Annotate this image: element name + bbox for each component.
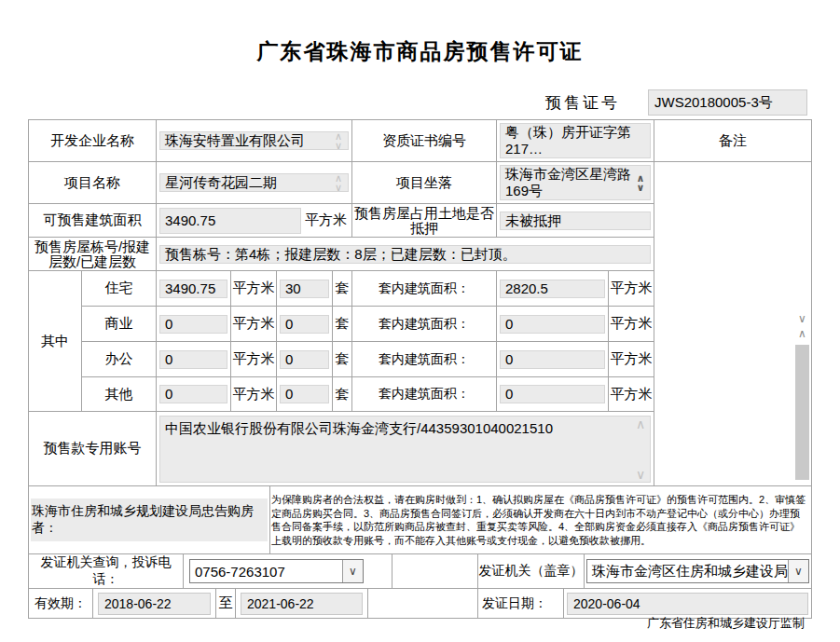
validity-to-label: 至 (216, 589, 236, 619)
breakdown-row-label: 办公 (82, 342, 157, 377)
scroll-down-icon[interactable]: ∨ (331, 183, 346, 192)
advisory-text: 为保障购房者的合法权益，请在购房时做到：1、确认拟购房屋在《商品房预售许可证》的… (270, 492, 811, 548)
commercial-area-input[interactable]: 0 (159, 315, 227, 334)
presale-area-unit: 平方米 (305, 212, 347, 229)
footer-credit: 广东省住房和城乡建设厅监制 (647, 615, 805, 632)
certificate-number-input[interactable]: JWS20180005-3号 (648, 89, 807, 116)
office-inner-area-input[interactable]: 0 (500, 350, 605, 369)
remarks-header: 备注 (654, 120, 812, 162)
empty-cell (368, 589, 478, 619)
residential-count-input[interactable]: 30 (280, 280, 329, 298)
qualification-input[interactable]: 粤（珠）房开证字第217… (500, 123, 651, 158)
dropdown-arrow-icon[interactable]: ∨ (788, 560, 808, 582)
inner-area-label: 套内建筑面积： (352, 377, 497, 412)
validity-to-input[interactable]: 2021-06-22 (241, 593, 363, 615)
other-inner-area-input[interactable]: 0 (500, 385, 605, 403)
presale-permit-page: 广东省珠海市商品房预售许可证 预售证号 JWS20180005-3号 开发企业名… (0, 0, 840, 642)
certificate-number-row: 预售证号 JWS20180005-3号 (517, 89, 812, 116)
scrollbar-up-icon[interactable]: ∧ (794, 326, 810, 341)
issue-date-input[interactable]: 2020-06-04 (567, 593, 808, 615)
account-scroll: ∧ ∨ (633, 417, 648, 482)
scroll-up-icon[interactable]: ∧ (633, 419, 648, 429)
commercial-count-input[interactable]: 0 (280, 315, 329, 334)
qualification-label: 资质证书编号 (352, 120, 497, 162)
scroll-down-icon[interactable]: ∨ (633, 183, 648, 192)
developer-label: 开发企业名称 (29, 120, 157, 162)
count-unit: 套 (333, 307, 352, 342)
main-form-table: 开发企业名称 珠海安特置业有限公司 ∧ ∨ 资质证书编号 粤（珠）房开证字第21… (28, 119, 812, 486)
count-unit: 套 (333, 271, 352, 307)
account-input[interactable]: 中国农业银行股份有限公司珠海金湾支行/44359301040021510 ∧ ∨ (159, 416, 651, 483)
account-label: 预售款专用账号 (29, 412, 157, 486)
area-unit: 平方米 (231, 271, 277, 307)
inquiry-phone-dropdown[interactable]: 0756-7263107 ∨ (189, 559, 364, 583)
empty-cell (392, 554, 478, 589)
breakdown-group-label: 其中 (29, 271, 82, 412)
office-area-input[interactable]: 0 (159, 350, 227, 369)
breakdown-row-label: 商业 (82, 307, 157, 342)
validity-from-input[interactable]: 2018-06-22 (98, 593, 211, 615)
scrollbar-down-icon[interactable]: ∨ (794, 311, 810, 326)
count-unit: 套 (333, 342, 352, 377)
residential-inner-area-input[interactable]: 2820.5 (500, 280, 605, 298)
area-unit: 平方米 (609, 307, 654, 342)
inquiry-label: 发证机关查询，投诉电话： (29, 554, 184, 589)
area-unit: 平方米 (609, 271, 654, 307)
building-info-label: 预售房屋栋号/报建层数/已建层数 (29, 238, 157, 271)
other-count-input[interactable]: 0 (280, 385, 329, 403)
issuing-authority-dropdown[interactable]: 珠海市金湾区住房和城乡建设局 ∨ (586, 559, 809, 583)
developer-scroll: ∧ ∨ (331, 132, 346, 149)
land-mortgage-label: 预售房屋占用土地是否抵押 (352, 204, 497, 238)
inner-area-label: 套内建筑面积： (352, 342, 497, 377)
scroll-down-icon[interactable]: ∨ (331, 141, 346, 150)
presale-area-label: 可预售建筑面积 (29, 204, 157, 238)
project-name-label: 项目名称 (29, 162, 157, 204)
area-unit: 平方米 (231, 342, 277, 377)
area-unit: 平方米 (609, 377, 654, 412)
land-mortgage-input[interactable]: 未被抵押 (500, 212, 651, 230)
project-name-scroll: ∧ ∨ (331, 174, 346, 191)
presale-area-input[interactable]: 3490.75 (159, 208, 301, 234)
certificate-number-label: 预售证号 (517, 92, 648, 114)
inner-area-label: 套内建筑面积： (352, 307, 497, 342)
breakdown-row-label: 其他 (82, 377, 157, 412)
location-input[interactable]: 珠海市金湾区星湾路169号 ∧ ∨ (500, 165, 651, 200)
inquiry-row-table: 发证机关查询，投诉电话： 0756-7263107 ∨ 发证机关（盖章） 珠海市… (28, 553, 812, 589)
project-name-input[interactable]: 星河传奇花园二期 ∧ ∨ (159, 173, 349, 192)
office-count-input[interactable]: 0 (280, 350, 329, 369)
advisory-label: 珠海市住房和城乡规划建设局忠告购房者： (31, 499, 268, 541)
residential-area-input[interactable]: 3490.75 (159, 280, 227, 298)
building-info-input[interactable]: 预售栋号：第4栋；报建层数：8层；已建层数：已封顶。 (159, 245, 651, 264)
area-unit: 平方米 (231, 307, 277, 342)
area-unit: 平方米 (609, 342, 654, 377)
location-label: 项目坐落 (352, 162, 497, 204)
issue-date-label: 发证日期： (478, 589, 564, 619)
breakdown-row-label: 住宅 (82, 271, 157, 307)
dropdown-arrow-icon[interactable]: ∨ (342, 560, 363, 582)
location-scroll: ∧ ∨ (633, 166, 648, 199)
scroll-down-icon[interactable]: ∨ (633, 470, 648, 479)
advisory-table: 珠海市住房和城乡规划建设局忠告购房者： 为保障购房者的合法权益，请在购房时做到：… (28, 485, 812, 554)
scrollbar-thumb[interactable] (795, 345, 809, 480)
page-title: 广东省珠海市商品房预售许可证 (0, 37, 840, 66)
issuing-authority-label: 发证机关（盖章） (478, 554, 585, 589)
area-unit: 平方米 (231, 377, 277, 412)
validity-label: 有效期： (29, 589, 93, 619)
commercial-inner-area-input[interactable]: 0 (500, 315, 605, 334)
inner-area-label: 套内建筑面积： (352, 271, 497, 307)
count-unit: 套 (333, 377, 352, 412)
other-area-input[interactable]: 0 (159, 385, 227, 403)
developer-input[interactable]: 珠海安特置业有限公司 ∧ ∨ (159, 131, 349, 150)
